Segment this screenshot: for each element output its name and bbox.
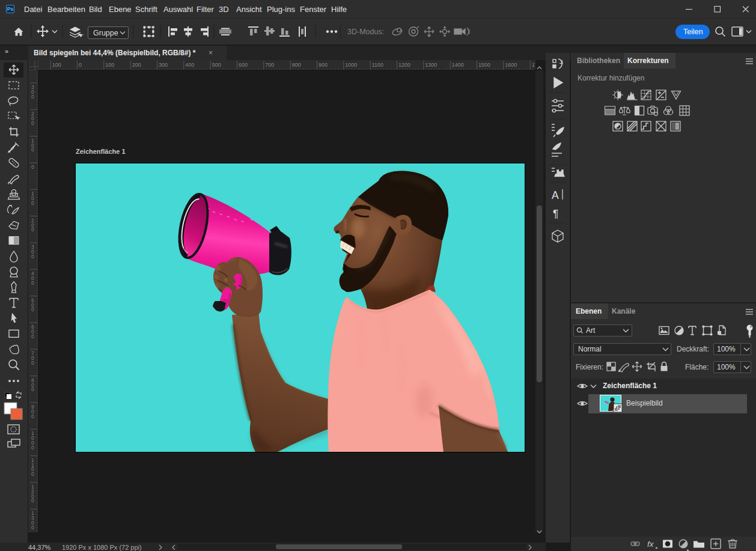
- svg-text:0: 0: [31, 471, 34, 477]
- svg-text:1500: 1500: [478, 62, 490, 68]
- svg-text:Teilen: Teilen: [683, 28, 703, 36]
- svg-text:300: 300: [159, 62, 168, 68]
- svg-text:0: 0: [31, 227, 34, 233]
- svg-text:100: 100: [105, 62, 114, 68]
- svg-text:3D-Modus:: 3D-Modus:: [347, 28, 384, 36]
- svg-text:900: 900: [319, 62, 328, 68]
- svg-text:0: 0: [31, 280, 34, 286]
- svg-text:0: 0: [31, 525, 34, 531]
- svg-text:1100: 1100: [372, 62, 383, 68]
- svg-text:Gruppe: Gruppe: [93, 29, 118, 37]
- svg-text:1200: 1200: [398, 62, 410, 68]
- svg-text:1600: 1600: [505, 62, 517, 68]
- svg-text:600: 600: [239, 62, 248, 68]
- svg-text:0: 0: [31, 200, 34, 206]
- svg-text:0: 0: [31, 360, 34, 366]
- svg-text:0: 0: [79, 62, 82, 68]
- svg-text:A: A: [552, 189, 559, 201]
- svg-text:1400: 1400: [452, 62, 464, 68]
- svg-text:200: 200: [132, 62, 141, 68]
- svg-text:0: 0: [31, 498, 34, 504]
- svg-text:1000: 1000: [345, 62, 357, 68]
- svg-text:0: 0: [31, 445, 34, 451]
- svg-text:700: 700: [265, 62, 274, 68]
- svg-text:fx: fx: [647, 540, 654, 549]
- svg-text:¶: ¶: [553, 208, 558, 220]
- svg-text:500: 500: [212, 62, 221, 68]
- svg-text:400: 400: [185, 62, 194, 68]
- svg-text:0: 0: [31, 306, 34, 312]
- svg-text:0: 0: [31, 147, 34, 153]
- svg-text:0: 0: [31, 333, 34, 339]
- svg-text:800: 800: [292, 62, 301, 68]
- svg-text:100: 100: [52, 62, 61, 68]
- svg-text:0: 0: [31, 386, 34, 392]
- svg-text:0: 0: [31, 164, 34, 170]
- svg-text:0: 0: [31, 413, 34, 419]
- svg-text:0: 0: [31, 94, 34, 100]
- svg-text:0: 0: [31, 120, 34, 126]
- svg-text:1300: 1300: [425, 62, 437, 68]
- svg-text:0: 0: [31, 254, 34, 260]
